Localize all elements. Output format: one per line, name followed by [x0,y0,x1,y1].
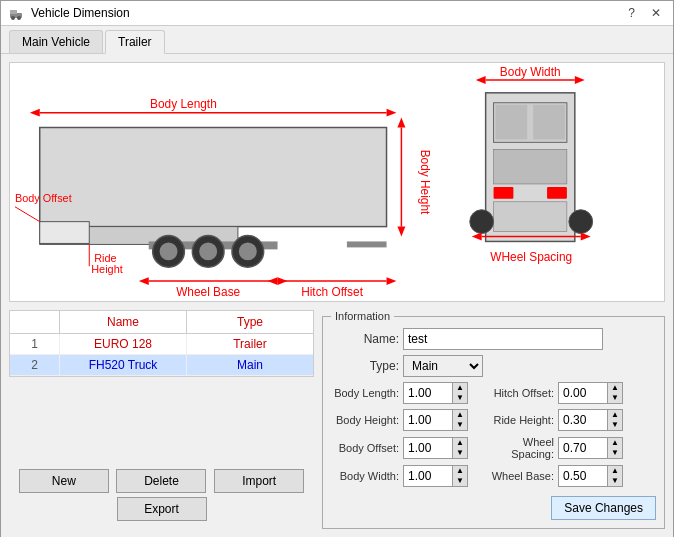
body-length-row: Body Length: ▲ ▼ Hitch Offset: ▲ ▼ [331,382,656,404]
new-button[interactable]: New [19,469,109,493]
body-length-down[interactable]: ▼ [453,393,467,403]
svg-marker-21 [397,227,405,237]
wheel-spacing-up[interactable]: ▲ [608,438,622,448]
body-offset-down[interactable]: ▼ [453,448,467,458]
svg-text:Hitch Offset: Hitch Offset [301,285,364,299]
body-length-spinner: ▲ ▼ [403,382,468,404]
svg-rect-41 [494,187,514,199]
hitch-offset-down[interactable]: ▼ [608,393,622,403]
svg-point-8 [160,242,178,260]
svg-text:Body Width: Body Width [500,65,561,79]
wheel-base-input[interactable] [558,465,608,487]
svg-marker-17 [387,109,397,117]
body-width-down[interactable]: ▼ [453,476,467,486]
type-select[interactable]: Main Trailer [403,355,483,377]
svg-text:Body  Length: Body Length [150,97,217,111]
title-bar: Vehicle Dimension ? ✕ [1,1,673,26]
svg-rect-4 [40,128,387,227]
vehicle-table: Name Type 1 EURO 128 Trailer 2 FH520 Tru… [9,310,314,377]
body-width-row: Body Width: ▲ ▼ Wheel Base: ▲ ▼ [331,465,656,487]
bottom-section: Name Type 1 EURO 128 Trailer 2 FH520 Tru… [9,310,665,529]
body-length-spinner-btns: ▲ ▼ [453,382,468,404]
body-offset-spinner-btns: ▲ ▼ [453,437,468,459]
name-input[interactable] [403,328,603,350]
wheel-base-down[interactable]: ▼ [608,476,622,486]
svg-text:Body Height: Body Height [418,150,432,215]
body-offset-input[interactable] [403,437,453,459]
ride-height-up[interactable]: ▲ [608,410,622,420]
svg-point-10 [199,242,217,260]
info-fieldset: Information Name: Type: Main Trailer B [322,310,665,529]
svg-marker-28 [268,277,278,285]
body-height-input[interactable] [403,409,453,431]
row-num-1: 1 [10,334,60,354]
svg-marker-51 [472,233,482,241]
ride-height-down[interactable]: ▼ [608,420,622,430]
ride-height-spinner: ▲ ▼ [558,409,623,431]
body-height-down[interactable]: ▼ [453,420,467,430]
title-controls: ? ✕ [624,6,665,20]
wheel-base-up[interactable]: ▲ [608,466,622,476]
svg-rect-3 [10,10,17,14]
table-row[interactable]: 2 FH520 Truck Main [10,355,313,376]
svg-rect-38 [496,105,528,140]
table-spacer [9,377,314,461]
close-button[interactable]: ✕ [647,6,665,20]
wheel-base-label: Wheel Base: [480,470,554,482]
help-button[interactable]: ? [624,6,639,20]
svg-rect-14 [40,222,90,244]
body-length-input[interactable] [403,382,453,404]
svg-line-31 [15,207,40,222]
body-width-label: Body Width: [331,470,399,482]
name-label: Name: [331,332,399,346]
wheel-base-spinner-btns: ▲ ▼ [608,465,623,487]
wheel-spacing-down[interactable]: ▼ [608,448,622,458]
svg-marker-47 [476,76,486,84]
type-row: Type: Main Trailer [331,355,656,377]
tab-main-vehicle[interactable]: Main Vehicle [9,30,103,53]
body-offset-row: Body Offset: ▲ ▼ Wheel Spacing: ▲ ▼ [331,436,656,460]
svg-point-44 [470,210,494,234]
svg-text:Body Offset: Body Offset [15,192,72,204]
delete-button[interactable]: Delete [116,469,206,493]
save-changes-button[interactable]: Save Changes [551,496,656,520]
body-height-up[interactable]: ▲ [453,410,467,420]
export-button[interactable]: Export [117,497,207,521]
svg-rect-40 [494,149,567,184]
table-row[interactable]: 1 EURO 128 Trailer [10,334,313,355]
body-length-up[interactable]: ▲ [453,383,467,393]
body-width-input[interactable] [403,465,453,487]
type-label: Type: [331,359,399,373]
svg-text:WHeel Spacing: WHeel Spacing [490,250,572,264]
hitch-offset-spinner-btns: ▲ ▼ [608,382,623,404]
hitch-offset-input[interactable] [558,382,608,404]
hitch-offset-spinner: ▲ ▼ [558,382,623,404]
body-height-label: Body Height: [331,414,399,426]
wheel-spacing-input[interactable] [558,437,608,459]
tab-trailer[interactable]: Trailer [105,30,165,54]
ride-height-input[interactable] [558,409,608,431]
body-offset-up[interactable]: ▲ [453,438,467,448]
body-offset-spinner: ▲ ▼ [403,437,468,459]
import-button[interactable]: Import [214,469,304,493]
body-height-row: Body Height: ▲ ▼ Ride Height: ▲ ▼ [331,409,656,431]
body-width-up[interactable]: ▲ [453,466,467,476]
body-width-spinner-btns: ▲ ▼ [453,465,468,487]
row-type-2: Main [187,355,313,375]
table-header: Name Type [10,311,313,334]
col-num-header [10,311,60,333]
row-name-2: FH520 Truck [60,355,187,375]
svg-marker-20 [397,118,405,128]
row-num-2: 2 [10,355,60,375]
body-height-spinner: ▲ ▼ [403,409,468,431]
diagram-area: Body Length Body Height Wheel Base Hitch… [9,62,665,302]
table-action-buttons: New Delete Import Export [9,461,314,529]
ride-height-spinner-btns: ▲ ▼ [608,409,623,431]
svg-text:Height: Height [91,263,122,275]
hitch-offset-up[interactable]: ▲ [608,383,622,393]
body-offset-label: Body Offset: [331,442,399,454]
row-name-1: EURO 128 [60,334,187,354]
svg-point-12 [239,242,257,260]
svg-marker-24 [139,277,149,285]
wheel-spacing-label: Wheel Spacing: [480,436,554,460]
